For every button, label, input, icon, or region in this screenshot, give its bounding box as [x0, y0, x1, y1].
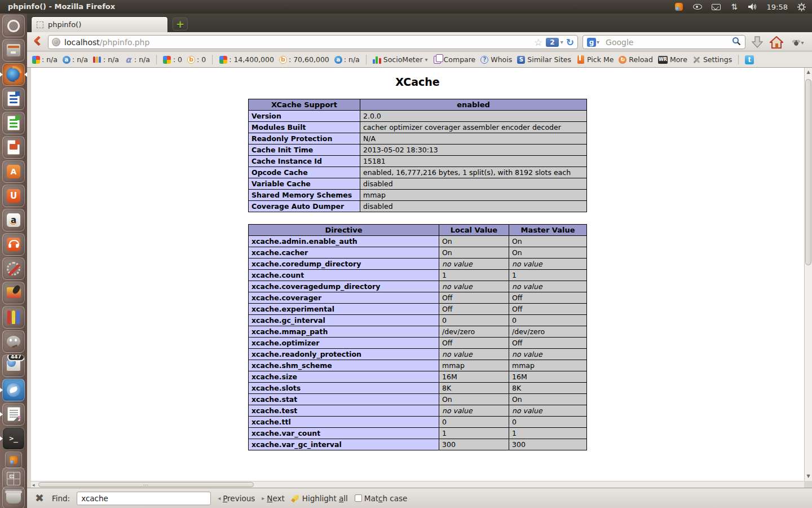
launcher-item-trash[interactable] — [0, 488, 27, 507]
tab-title: phpinfo() — [48, 20, 81, 29]
launcher-item-workspaces[interactable] — [0, 469, 27, 488]
launcher-item-thunderbird[interactable] — [0, 378, 27, 402]
history-dropdown-caret-icon[interactable]: ▾ — [561, 39, 563, 45]
sociometer-button[interactable]: SocioMeter▾ — [373, 55, 428, 64]
launcher-item-terminal[interactable]: >_ — [0, 426, 27, 450]
launcher-item-software-center[interactable]: A — [0, 159, 27, 183]
launcher-item-paint-app[interactable] — [0, 281, 27, 305]
bing-icon: b — [279, 56, 287, 64]
scroll-left-arrow-icon[interactable]: ◂ — [32, 482, 35, 488]
search-engine-icon[interactable]: g — [587, 38, 596, 47]
tab-phpinfo[interactable]: phpinfo() — [31, 16, 168, 32]
back-button[interactable] — [33, 35, 45, 49]
session-gear-icon[interactable] — [796, 2, 806, 12]
site-identity-globe-icon[interactable] — [52, 38, 60, 46]
launcher-item-feed-reader[interactable]: 447 — [0, 353, 27, 378]
launcher-item-ubuntu-one[interactable]: U — [0, 183, 27, 208]
highlight-all-button[interactable]: Highlight all — [292, 494, 348, 503]
table-cell: Off — [509, 292, 587, 304]
find-previous-button[interactable]: ◂ Previous — [218, 494, 255, 503]
table-cell: Variable Cache — [249, 178, 360, 190]
table-cell: 8K — [439, 383, 509, 394]
clock[interactable]: 19:58 — [767, 3, 788, 11]
thunderbird-icon — [2, 379, 25, 401]
gimp-icon — [2, 330, 25, 353]
top-panel: phpinfo() - Mozilla Firefox ⇅ 19:58 — [0, 0, 812, 14]
horizontal-scrollbar-thumb[interactable]: ⋯ — [38, 482, 254, 487]
visit-count-badge[interactable]: 2 — [546, 38, 558, 47]
launcher-item-writer[interactable] — [0, 86, 27, 111]
addon-fly-button[interactable]: ▾ — [787, 35, 809, 50]
settings-button[interactable]: Settings — [692, 55, 732, 64]
launcher-item-messaging-app[interactable] — [0, 450, 27, 469]
unread-count-badge: 447 — [7, 354, 25, 361]
find-next-button[interactable]: ▸ Next — [262, 494, 285, 503]
launcher-item-pencils-app[interactable] — [0, 305, 27, 329]
launcher-item-ubuntu-one-music[interactable] — [0, 232, 27, 256]
reload-icon[interactable]: ↻ — [566, 37, 574, 48]
search-engine-caret-icon[interactable]: ▾ — [597, 39, 599, 45]
url-host: localhost — [64, 38, 100, 47]
scroll-down-arrow-icon[interactable]: ▼ — [806, 474, 811, 479]
similar-sites-button[interactable]: SSimilar Sites — [517, 55, 571, 64]
table-cell: On — [509, 236, 587, 247]
eye-icon[interactable] — [692, 2, 703, 12]
search-magnifier-icon[interactable] — [732, 37, 741, 47]
pick-me-button[interactable]: Pick Me — [576, 55, 614, 64]
software-center-icon: A — [2, 160, 25, 183]
horizontal-scrollbar[interactable]: ◂ ⋯ — [31, 481, 804, 488]
toolbar-separator — [366, 55, 367, 64]
network-icon[interactable]: ⇅ — [730, 2, 740, 12]
search-bar[interactable]: g ▾ — [582, 35, 745, 49]
table-row: Version2.0.0 — [249, 111, 587, 122]
more-button[interactable]: WRMore — [658, 55, 687, 64]
table-cell: /dev/zero — [509, 326, 587, 338]
firefox-window: phpinfo() + localhost /phpinfo.php ☆ 2 ▾… — [27, 14, 812, 508]
url-bar[interactable]: localhost /phpinfo.php ☆ 2 ▾ ↻ — [48, 35, 578, 49]
compare-button[interactable]: Compare — [433, 55, 476, 64]
launcher-item-files[interactable] — [0, 38, 27, 62]
volume-icon[interactable] — [748, 2, 758, 12]
addon-caret-icon[interactable]: ▾ — [801, 40, 804, 46]
find-input[interactable] — [77, 492, 211, 505]
table-cell: Coverage Auto Dumper — [249, 201, 360, 212]
search-input[interactable] — [604, 37, 732, 47]
fly-icon — [792, 38, 801, 46]
launcher-item-impress[interactable] — [0, 135, 27, 159]
launcher-item-amazon[interactable]: a — [0, 208, 27, 232]
mail-icon[interactable] — [711, 2, 721, 12]
bookmark-star-icon[interactable]: ☆ — [534, 37, 542, 48]
match-case-checkbox[interactable]: Match case — [355, 494, 408, 503]
table-cell: xcache.var_count — [249, 428, 439, 439]
table-cell: Modules Built — [249, 122, 360, 133]
launcher-item-firefox[interactable] — [0, 62, 27, 86]
reload-button[interactable]: ↻Reload — [619, 55, 653, 64]
table-cell: Shared Memory Schemes — [249, 190, 360, 201]
find-close-icon[interactable]: ✖ — [35, 493, 44, 503]
launcher-item-text-editor[interactable] — [0, 402, 27, 426]
downloads-button[interactable] — [749, 35, 766, 50]
scroll-up-arrow-icon[interactable]: ▲ — [806, 69, 811, 75]
twitter-button[interactable]: t — [745, 55, 754, 64]
launcher-item-dash[interactable] — [0, 14, 27, 38]
system-settings-icon — [2, 257, 25, 280]
table-cell: 0 — [509, 315, 587, 326]
home-button[interactable] — [768, 35, 785, 50]
xcache-directives-table: DirectiveLocal ValueMaster Value xcache.… — [248, 224, 587, 450]
launcher-item-calc[interactable] — [0, 111, 27, 135]
messaging-app-indicator-icon[interactable] — [674, 2, 684, 12]
table-row: xcache.slots8K8K — [249, 383, 587, 394]
table-row: xcache.gc_interval00 — [249, 315, 587, 326]
whois-button[interactable]: ?Whois — [480, 55, 512, 64]
column-header: enabled — [360, 99, 587, 111]
launcher-item-system-settings[interactable] — [0, 256, 27, 281]
launcher-item-gimp[interactable] — [0, 329, 27, 353]
checkbox-icon[interactable] — [355, 494, 362, 502]
table-cell: 0 — [509, 417, 587, 428]
vertical-scrollbar[interactable]: ▲ ▼ — [804, 68, 812, 481]
new-tab-button[interactable]: + — [173, 17, 188, 30]
bookmark-icon — [576, 55, 585, 64]
metric-google-backlinks: : 14,400,000 — [219, 55, 274, 64]
vertical-scrollbar-thumb[interactable] — [805, 79, 811, 265]
table-cell: Off — [439, 304, 509, 315]
